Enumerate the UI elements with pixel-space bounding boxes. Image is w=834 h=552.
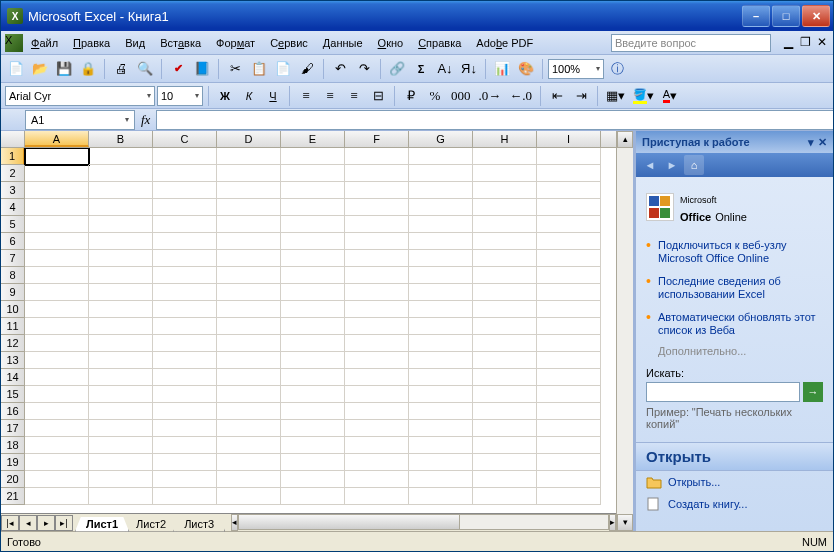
cell[interactable]	[153, 471, 217, 488]
col-header-E[interactable]: E	[281, 131, 345, 147]
cell[interactable]	[537, 420, 601, 437]
align-left-button[interactable]: ≡	[295, 85, 317, 107]
row-header[interactable]: 5	[1, 216, 25, 233]
cell[interactable]	[345, 437, 409, 454]
cell[interactable]	[153, 318, 217, 335]
cell[interactable]	[345, 199, 409, 216]
dec-indent-button[interactable]: ⇤	[546, 85, 568, 107]
row-header[interactable]: 13	[1, 352, 25, 369]
nav-forward-icon[interactable]: ►	[662, 155, 682, 175]
align-center-button[interactable]: ≡	[319, 85, 341, 107]
cell[interactable]	[473, 352, 537, 369]
cell[interactable]	[25, 403, 89, 420]
cell[interactable]	[25, 250, 89, 267]
row-header[interactable]: 9	[1, 284, 25, 301]
cell[interactable]	[281, 148, 345, 165]
cell[interactable]	[473, 284, 537, 301]
cell[interactable]	[345, 233, 409, 250]
cell[interactable]	[89, 216, 153, 233]
row-header[interactable]: 6	[1, 233, 25, 250]
cell[interactable]	[345, 420, 409, 437]
cell[interactable]	[409, 233, 473, 250]
cell[interactable]	[217, 199, 281, 216]
cell[interactable]	[281, 335, 345, 352]
cell[interactable]	[537, 488, 601, 505]
cell[interactable]	[537, 335, 601, 352]
cell[interactable]	[409, 267, 473, 284]
cell[interactable]	[217, 216, 281, 233]
cell[interactable]	[281, 284, 345, 301]
cell[interactable]	[217, 471, 281, 488]
row-header[interactable]: 7	[1, 250, 25, 267]
cut-button[interactable]: ✂	[224, 58, 246, 80]
cell[interactable]	[537, 267, 601, 284]
cell[interactable]	[89, 471, 153, 488]
cell[interactable]	[473, 165, 537, 182]
cell[interactable]	[473, 318, 537, 335]
more-link[interactable]: Дополнительно...	[646, 345, 823, 357]
cell[interactable]	[537, 454, 601, 471]
cell[interactable]	[345, 284, 409, 301]
cell[interactable]	[537, 284, 601, 301]
cell[interactable]	[537, 199, 601, 216]
font-name-combo[interactable]: Arial Cyr	[5, 86, 155, 106]
cell[interactable]	[281, 488, 345, 505]
cell[interactable]	[473, 386, 537, 403]
maximize-button[interactable]: □	[772, 5, 800, 27]
row-header[interactable]: 17	[1, 420, 25, 437]
inc-indent-button[interactable]: ⇥	[570, 85, 592, 107]
cell[interactable]	[537, 301, 601, 318]
copy-button[interactable]: 📋	[248, 58, 270, 80]
comma-button[interactable]: 000	[448, 85, 474, 107]
cell[interactable]	[25, 437, 89, 454]
cell[interactable]	[537, 386, 601, 403]
row-header[interactable]: 14	[1, 369, 25, 386]
cell[interactable]	[345, 165, 409, 182]
cell[interactable]	[537, 352, 601, 369]
name-box[interactable]: A1	[25, 110, 135, 130]
cell[interactable]	[345, 335, 409, 352]
col-header-I[interactable]: I	[537, 131, 601, 147]
cell[interactable]	[25, 352, 89, 369]
cell[interactable]	[473, 454, 537, 471]
cell[interactable]	[473, 301, 537, 318]
col-header-A[interactable]: A	[25, 131, 89, 147]
cell[interactable]	[473, 437, 537, 454]
spell-button[interactable]: ✔	[167, 58, 189, 80]
close-button[interactable]: ✕	[802, 5, 830, 27]
cell[interactable]	[537, 403, 601, 420]
cell[interactable]	[89, 386, 153, 403]
task-pane-header[interactable]: Приступая к работе ▾ ✕	[636, 131, 833, 153]
cell[interactable]	[217, 250, 281, 267]
cell[interactable]	[473, 335, 537, 352]
cell[interactable]	[281, 165, 345, 182]
cell[interactable]	[89, 488, 153, 505]
cell[interactable]	[409, 301, 473, 318]
cell[interactable]	[153, 369, 217, 386]
cell[interactable]	[217, 437, 281, 454]
cell[interactable]	[537, 318, 601, 335]
cell[interactable]	[217, 318, 281, 335]
cell[interactable]	[217, 369, 281, 386]
cell[interactable]	[281, 233, 345, 250]
cell[interactable]	[281, 352, 345, 369]
cell[interactable]	[281, 199, 345, 216]
row-header[interactable]: 21	[1, 488, 25, 505]
cell[interactable]	[153, 352, 217, 369]
inc-decimal-button[interactable]: .0→	[476, 85, 505, 107]
task-pane-dropdown-icon[interactable]: ▾	[808, 136, 814, 149]
row-header[interactable]: 4	[1, 199, 25, 216]
cell[interactable]	[153, 403, 217, 420]
font-size-combo[interactable]: 10	[157, 86, 203, 106]
cell[interactable]	[473, 369, 537, 386]
currency-button[interactable]: ₽	[400, 85, 422, 107]
cell-grid[interactable]: 123456789101112131415161718192021	[1, 148, 616, 513]
task-pane-link[interactable]: Автоматически обновлять этот список из В…	[646, 309, 823, 339]
tab-nav-prev[interactable]: ◂	[19, 515, 37, 531]
cell[interactable]	[473, 488, 537, 505]
percent-button[interactable]: %	[424, 85, 446, 107]
horizontal-scrollbar[interactable]: ◂ ▸	[231, 514, 616, 531]
search-input[interactable]	[646, 382, 800, 402]
cell[interactable]	[409, 386, 473, 403]
nav-home-icon[interactable]: ⌂	[684, 155, 704, 175]
